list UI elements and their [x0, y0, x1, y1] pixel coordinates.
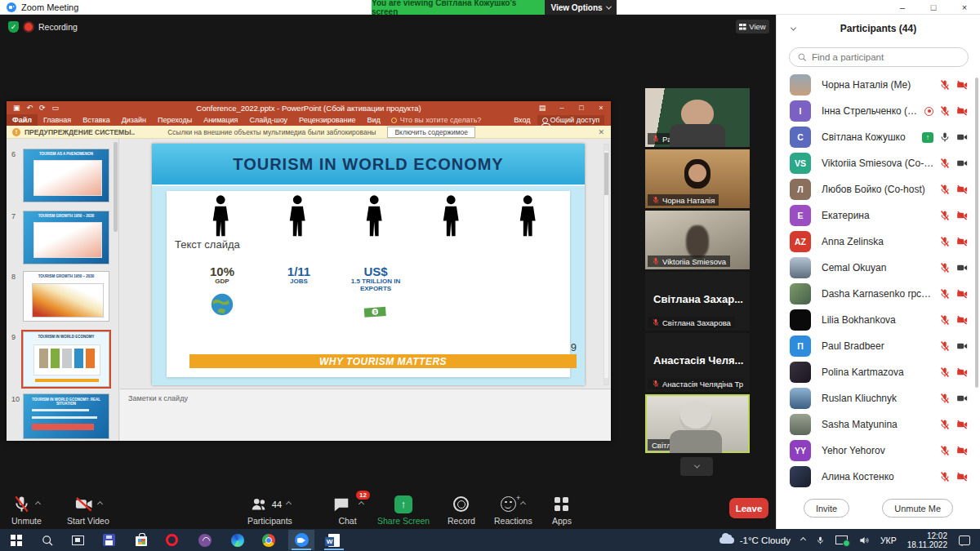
participant-row[interactable]: IІнна Стрельченко (Host) — [777, 98, 976, 124]
record-button[interactable]: Record — [448, 494, 475, 526]
slide-thumbnail[interactable]: TOURISM GROWTH 1950 – 2030 — [23, 211, 109, 264]
participant-row[interactable]: CСвітлана Кожушко↑ — [777, 124, 976, 150]
language-indicator[interactable]: УКР — [880, 535, 897, 545]
ribbon-tab-дизайн[interactable]: Дизайн — [116, 114, 152, 126]
ppt-maximize-button[interactable]: □ — [572, 104, 591, 112]
hidden-icons-chevron[interactable] — [801, 538, 805, 542]
minimize-button[interactable]: – — [890, 0, 915, 15]
video-tile[interactable]: Світлана Захар...Світлана Захарова — [645, 272, 750, 331]
speaker-icon[interactable] — [858, 535, 870, 546]
participant-row[interactable]: Ruslan Kliuchnyk — [777, 385, 976, 411]
participant-row[interactable]: Dasha Karnasenko rpc-21 — [777, 281, 976, 307]
participant-row[interactable]: VSViktoriia Smiesova (Co-host) — [777, 150, 976, 176]
participant-search[interactable] — [789, 47, 969, 67]
unmute-me-button[interactable]: Unmute Me — [882, 499, 953, 518]
scroll-down-arrow[interactable] — [604, 378, 608, 384]
participants-button[interactable]: 44 Participants — [247, 494, 292, 526]
ribbon-tab-анимация[interactable]: Анимация — [198, 114, 243, 126]
view-options-button[interactable]: View Options — [545, 0, 617, 15]
enable-content-button[interactable]: Включить содержимое — [387, 127, 475, 138]
ribbon-tab-главная[interactable]: Главная — [38, 114, 77, 126]
zoom-app-icon[interactable] — [288, 530, 314, 550]
slide-text-placeholder[interactable]: Текст слайда — [175, 238, 240, 251]
participant-row[interactable]: Sasha Matyunina — [777, 411, 976, 438]
current-slide[interactable]: TOURISM IN WORLD ECONOMY 10% GDP — [152, 144, 585, 385]
action-center-icon[interactable] — [959, 535, 970, 545]
apps-button[interactable]: Apps — [552, 494, 572, 526]
invite-button[interactable]: Invite — [804, 499, 849, 518]
participants-scrollbar[interactable] — [975, 78, 978, 388]
participant-row[interactable]: Чорна Наталія (Me) — [777, 72, 976, 98]
participant-row[interactable]: YYYehor Yehorov — [777, 438, 976, 464]
warning-close-icon[interactable]: ✕ — [598, 128, 604, 136]
start-video-button[interactable]: Start Video — [67, 494, 109, 526]
slide-thumbnail[interactable]: TOURISM IN WORLD ECONOMY — [23, 331, 109, 387]
weather-text[interactable]: -1°C Cloudy — [740, 535, 791, 545]
slideshow-icon[interactable]: ▭ — [52, 104, 60, 112]
participant-row[interactable]: AZAnna Zelinska — [777, 229, 976, 255]
save-app-icon[interactable] — [96, 530, 122, 550]
ppt-close-button[interactable]: × — [591, 104, 611, 112]
undo-icon[interactable]: ↶ — [27, 104, 33, 112]
ribbon-display-options-icon[interactable]: ▤ — [532, 104, 552, 112]
view-layout-button[interactable]: View — [736, 20, 769, 33]
tray-mic-icon[interactable] — [816, 535, 825, 546]
participant-row[interactable]: EЕкатерина — [777, 202, 976, 229]
ribbon-tab-вид[interactable]: Вид — [362, 114, 386, 126]
sign-in-button[interactable]: Вход — [514, 116, 530, 124]
chrome-icon[interactable] — [256, 530, 282, 550]
leave-button[interactable]: Leave — [729, 498, 768, 518]
microsoft-store-icon[interactable] — [128, 530, 154, 550]
security-shield-icon[interactable]: ✓ — [8, 21, 19, 33]
word-icon[interactable] — [321, 530, 347, 550]
ribbon-tab-рецензирование[interactable]: Рецензирование — [293, 114, 362, 126]
video-tile[interactable]: Paul Bradbeer — [645, 88, 750, 147]
chevron-up-icon[interactable] — [286, 501, 292, 507]
ribbon-tab-файл[interactable]: Файл — [7, 114, 38, 126]
viber-icon[interactable] — [192, 530, 218, 550]
save-icon[interactable]: ▣ — [13, 104, 20, 112]
search-button[interactable] — [34, 530, 60, 550]
ribbon-tab-вставка[interactable]: Вставка — [77, 114, 115, 126]
share-access-button[interactable]: Общий доступ — [537, 115, 604, 125]
slide-thumbnail[interactable]: TOURISM GROWTH 1950 – 2030 — [23, 271, 109, 322]
video-tile[interactable]: Чорна Наталія — [645, 149, 750, 208]
share-screen-button[interactable]: ↑ Share Screen — [377, 494, 430, 526]
chat-button[interactable]: 12 Chat — [332, 494, 363, 526]
video-tile[interactable]: Анастасія Челя...Анастасія Челядіна Тр..… — [645, 333, 750, 392]
reactions-button[interactable]: + Reactions — [494, 494, 532, 526]
chevron-down-icon[interactable] — [791, 24, 796, 30]
chevron-up-icon[interactable] — [520, 501, 526, 507]
participant-row[interactable]: Polina Kartmazova — [777, 359, 976, 385]
scrollbar-thumb[interactable] — [604, 153, 608, 195]
redo-icon[interactable]: ⟳ — [39, 104, 46, 112]
cast-screen-icon[interactable] — [835, 535, 848, 544]
chevron-up-icon[interactable] — [35, 501, 41, 507]
chevron-up-icon[interactable] — [359, 501, 364, 507]
participant-row[interactable]: ЛЛюбов Бойко (Co-host) — [777, 176, 976, 202]
participant-row[interactable]: Cemal Okuyan — [777, 255, 976, 281]
slide-vertical-scrollbar[interactable] — [604, 144, 609, 385]
slide-thumbnail-panel[interactable]: 6 TOURISM AS A PHENOMENON7 TOURISM GROWT… — [7, 139, 119, 441]
scroll-up-arrow[interactable] — [604, 144, 608, 151]
chevron-up-icon[interactable] — [97, 501, 103, 507]
tell-me-box[interactable]: Что вы хотите сделать? — [391, 116, 482, 124]
taskbar-clock[interactable]: 12:02 18.11.2022 — [907, 531, 947, 549]
ribbon-tab-переходы[interactable]: Переходы — [152, 114, 198, 126]
slide-thumbnail[interactable]: TOURISM AS A PHENOMENON — [23, 149, 109, 202]
close-button[interactable]: × — [952, 0, 977, 15]
slide-thumbnail[interactable]: TOURISM IN WORLD ECONOMY: REAL SITUATION — [23, 393, 109, 439]
task-view-button[interactable] — [65, 530, 91, 550]
unmute-button[interactable]: Unmute — [11, 494, 42, 526]
slide-notes-area[interactable]: Заметки к слайду — [120, 389, 611, 441]
video-tile[interactable]: Світлана Кожушко — [645, 394, 750, 453]
ribbon-tab-слайд-шоу[interactable]: Слайд-шоу — [243, 114, 293, 126]
participant-row[interactable]: ПPaul Bradbeer — [777, 333, 976, 359]
maximize-button[interactable]: □ — [921, 0, 946, 15]
search-input[interactable] — [812, 52, 960, 62]
opera-icon[interactable] — [158, 530, 185, 550]
participant-row[interactable]: Алина Костенко — [777, 464, 976, 490]
start-button[interactable] — [3, 530, 29, 550]
participant-row[interactable]: Lilia Bokhankova — [777, 307, 976, 333]
edge-icon[interactable] — [225, 530, 251, 550]
